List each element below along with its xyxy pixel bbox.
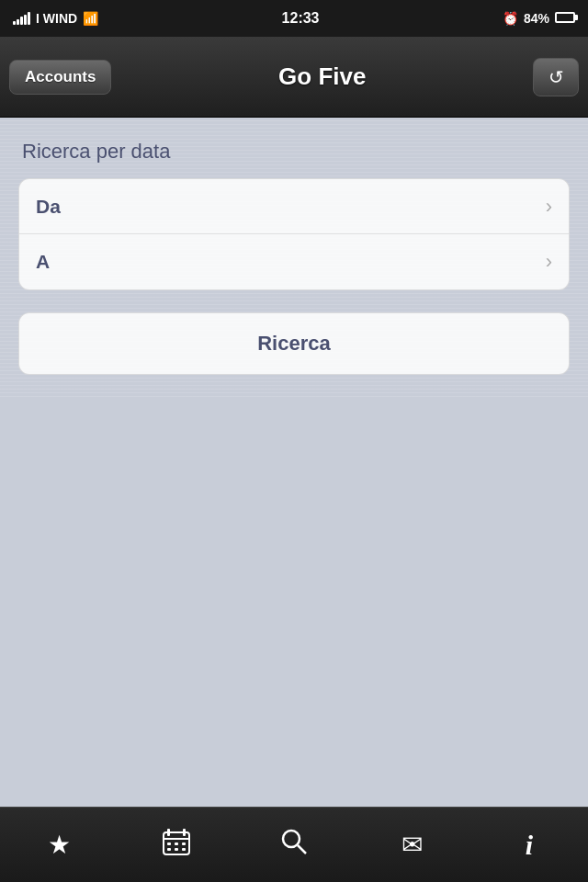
star-icon: ★ [48,830,71,860]
svg-rect-8 [175,848,178,851]
mail-icon: ✉ [401,830,423,860]
svg-rect-7 [167,848,171,851]
status-time: 12:33 [282,10,320,27]
calendar-icon [162,827,191,863]
back-button[interactable]: Accounts [9,60,111,95]
svg-rect-5 [175,842,178,845]
svg-point-10 [283,831,300,847]
signal-icon [13,12,30,25]
tab-calendar[interactable] [140,818,213,873]
svg-rect-4 [167,842,171,845]
section-title: Ricerca per data [18,140,570,164]
tab-search[interactable] [257,818,331,873]
svg-rect-1 [167,829,170,836]
from-date-label: Da [36,196,61,218]
tab-favorites[interactable]: ★ [22,818,96,873]
battery-percent: 84% [524,11,549,26]
alarm-icon: ⏰ [503,11,518,26]
to-date-chevron-icon: › [546,250,552,274]
tab-mail[interactable]: ✉ [375,818,448,873]
status-right: ⏰ 84% [503,11,575,26]
tab-bar: ★ ✉ i [0,807,588,882]
nav-title: Go Five [111,62,533,91]
carrier-label: I WIND [36,11,77,26]
svg-rect-9 [182,848,186,851]
to-date-row[interactable]: A › [19,234,569,289]
battery-icon [555,11,575,26]
main-content: Ricerca per data Da › A › Ricerca [0,118,588,397]
status-bar: I WIND 📶 12:33 ⏰ 84% [0,0,588,37]
nav-bar: Accounts Go Five ↺ [0,37,588,118]
search-icon [279,827,309,863]
status-left: I WIND 📶 [13,11,98,26]
svg-line-11 [298,845,306,854]
search-button[interactable]: Ricerca [19,313,569,374]
svg-rect-6 [182,842,186,845]
from-date-row[interactable]: Da › [19,179,569,234]
wifi-icon: 📶 [83,11,98,26]
to-date-label: A [36,251,50,273]
refresh-button[interactable]: ↺ [533,58,579,96]
svg-rect-2 [183,829,186,836]
search-button-container: Ricerca [18,312,570,375]
from-date-chevron-icon: › [546,195,552,219]
tab-info[interactable]: i [492,818,566,873]
date-range-group: Da › A › [18,178,570,290]
info-icon: i [526,830,533,861]
